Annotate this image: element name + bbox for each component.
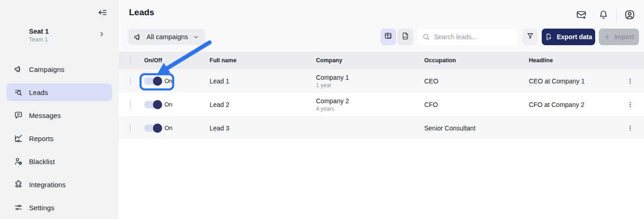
collapse-sidebar-button[interactable] xyxy=(95,6,109,20)
column-header-headline: Headline xyxy=(529,57,616,64)
sidebar-item-label: Campaigns xyxy=(29,65,64,73)
occupation-cell: CFO xyxy=(424,101,529,108)
table-row-lead-3: On Lead 3 Senior Consultant xyxy=(118,116,644,140)
header-divider xyxy=(616,8,617,22)
kebab-icon xyxy=(626,77,634,85)
lead-search-icon xyxy=(14,88,23,97)
lead-toggle[interactable]: On xyxy=(144,101,210,108)
company-cell xyxy=(316,128,424,129)
search-icon xyxy=(422,33,430,41)
sidebar-item-label: Messages xyxy=(29,112,61,119)
search-input[interactable] xyxy=(434,33,513,41)
user-block-icon xyxy=(14,157,23,166)
kebab-icon xyxy=(626,124,634,132)
sidebar-item-label: Blacklist xyxy=(29,158,55,166)
megaphone-icon xyxy=(134,33,142,41)
sidebar-item-blacklist[interactable]: Blacklist xyxy=(6,153,112,170)
occupation-cell: CEO xyxy=(424,77,529,85)
csv-file-icon: CSV xyxy=(401,31,410,42)
table-header-row: On/Off Full name Company Occupation Head… xyxy=(118,52,644,69)
page-title: Leads xyxy=(129,7,154,18)
main-area: Leads xyxy=(118,0,644,219)
filter-button[interactable] xyxy=(522,29,538,45)
chevron-right-icon xyxy=(98,30,105,40)
sidebar-item-label: Reports xyxy=(29,135,53,142)
sidebar-item-integrations[interactable]: Integrations xyxy=(6,176,112,193)
chart-icon xyxy=(14,134,23,143)
row-checkbox[interactable] xyxy=(130,77,131,85)
csv-view-button[interactable]: CSV xyxy=(398,29,413,45)
column-header-fullname: Full name xyxy=(210,57,316,64)
chevron-down-icon xyxy=(193,34,199,41)
toggle-track xyxy=(144,101,162,108)
lead-toggle[interactable]: On xyxy=(144,124,210,132)
toggle-knob xyxy=(153,100,162,109)
chat-icon xyxy=(14,111,23,120)
table-row-lead-2: On Lead 2 Company 2 4 years CFO CFO at C… xyxy=(118,93,644,116)
row-checkbox[interactable] xyxy=(130,100,131,109)
puzzle-icon xyxy=(14,180,23,189)
svg-text:CSV: CSV xyxy=(404,36,408,38)
toolbar: All campaigns xyxy=(128,29,639,45)
sidebar-nav: Campaigns Leads Messages xyxy=(6,60,112,219)
sidebar: Seat 1 Team 1 Campaigns xyxy=(0,0,118,219)
campaign-filter-label: All campaigns xyxy=(146,33,188,41)
company-cell: Company 1 1 year xyxy=(316,74,424,89)
occupation-cell: Senior Consultant xyxy=(424,124,529,132)
import-button[interactable]: Import xyxy=(599,29,639,45)
export-data-button[interactable]: Export data xyxy=(542,29,595,45)
toggle-knob xyxy=(153,124,162,133)
row-checkbox[interactable] xyxy=(130,124,131,132)
headline-cell: CFO at Company 2 xyxy=(529,101,616,108)
table-settings-icon xyxy=(384,31,393,42)
plus-icon xyxy=(603,33,611,41)
kebab-icon xyxy=(626,101,634,108)
sidebar-item-settings[interactable]: Settings xyxy=(6,199,112,216)
leads-table: On/Off Full name Company Occupation Head… xyxy=(118,52,644,219)
select-all-checkbox[interactable] xyxy=(130,56,131,65)
sidebar-item-messages[interactable]: Messages xyxy=(6,107,112,124)
table-row-lead-1: On Lead 1 Company 1 1 year CEO CEO at Co… xyxy=(118,69,644,93)
row-menu-button[interactable] xyxy=(624,98,637,111)
headline-cell: CEO at Company 1 xyxy=(529,77,616,85)
search-box xyxy=(417,29,518,45)
full-name-cell: Lead 2 xyxy=(210,101,316,108)
sidebar-item-campaigns[interactable]: Campaigns xyxy=(6,60,112,78)
sidebar-item-label: Settings xyxy=(29,204,54,212)
sidebar-item-label: Leads xyxy=(29,89,48,96)
column-header-company: Company xyxy=(316,57,424,64)
megaphone-icon xyxy=(14,65,23,74)
avatar-icon[interactable] xyxy=(624,9,636,21)
campaign-filter-dropdown[interactable]: All campaigns xyxy=(128,29,205,45)
toggle-track xyxy=(144,124,162,132)
toggle-knob xyxy=(153,77,162,86)
app-window: Seat 1 Team 1 Campaigns xyxy=(0,0,644,219)
row-menu-button[interactable] xyxy=(624,122,637,135)
full-name-cell: Lead 1 xyxy=(210,77,316,85)
toggle-track xyxy=(144,77,162,85)
sidebar-item-leads[interactable]: Leads xyxy=(6,83,112,101)
import-label: Import xyxy=(614,33,634,41)
sliders-icon xyxy=(14,203,23,212)
company-cell: Company 2 4 years xyxy=(316,97,424,112)
toolbar-right: CSV xyxy=(381,29,639,45)
full-name-cell: Lead 3 xyxy=(210,124,316,132)
sidebar-item-label: Integrations xyxy=(29,181,66,189)
column-header-onoff: On/Off xyxy=(144,57,210,64)
bell-icon[interactable] xyxy=(597,9,609,21)
collapse-sidebar-icon xyxy=(97,7,108,20)
row-menu-button[interactable] xyxy=(624,75,637,88)
table-view-button[interactable] xyxy=(381,29,396,45)
column-header-occupation: Occupation xyxy=(424,57,529,64)
toggle-state-label: On xyxy=(164,77,172,84)
seat-selector[interactable]: Seat 1 Team 1 xyxy=(29,28,110,43)
toggle-state-label: On xyxy=(164,124,172,131)
export-data-label: Export data xyxy=(556,33,592,41)
mail-plus-icon[interactable] xyxy=(575,9,587,21)
sidebar-item-reports[interactable]: Reports xyxy=(6,130,112,147)
funnel-icon xyxy=(526,32,534,42)
header-icons xyxy=(575,8,636,22)
toggle-state-label: On xyxy=(164,101,172,108)
lead-toggle[interactable]: On xyxy=(144,77,210,85)
file-export-icon xyxy=(544,33,553,41)
